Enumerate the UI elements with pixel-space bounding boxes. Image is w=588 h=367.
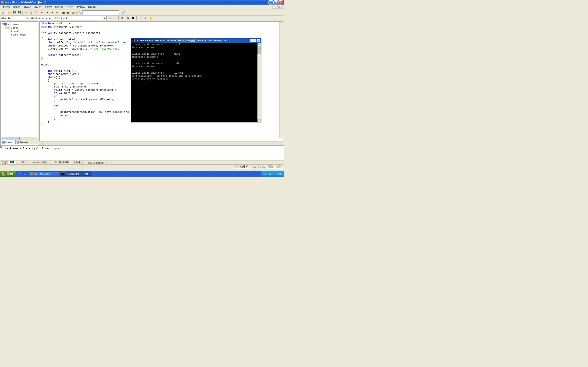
go-button[interactable]: ↘	[107, 16, 112, 20]
workspace-button[interactable]: ▦	[61, 10, 66, 15]
console-titlebar[interactable]: C:\ "C:\DOCUMENTS AND SETTINGS\ADMINISTR…	[131, 39, 261, 43]
tray-icon[interactable]: 🖥	[268, 173, 271, 175]
app-titlebar: test - Microsoft Visual C++ - [test.c] _…	[0, 0, 284, 5]
console-window[interactable]: C:\ "C:\DOCUMENTS AND SETTINGS\ADMINISTR…	[131, 38, 261, 122]
output-tab-find2[interactable]: 在文件2中查找	[53, 161, 71, 164]
mdi-restore-button[interactable]: ❐	[276, 6, 279, 9]
redo-icon: ↷	[51, 11, 53, 14]
mdi-close-button[interactable]: ×	[279, 6, 283, 9]
scroll-left-icon[interactable]: ◄	[1, 137, 4, 140]
menu-insert[interactable]: 插入(I)	[33, 5, 43, 9]
undo-dropdown[interactable]: ▾	[45, 10, 49, 15]
scroll-down-icon[interactable]: ▼	[258, 119, 261, 122]
menu-build[interactable]: 组建(B)	[53, 5, 64, 9]
console-minimize-button[interactable]: _	[250, 39, 253, 42]
start-button[interactable]: 开始	[0, 171, 16, 177]
wizard-bar: (Globals) ▾ (All global members ▾ ◆ main…	[0, 16, 284, 21]
output-tab-sql[interactable]: SQL Debugging	[86, 161, 105, 164]
members-combo[interactable]: (All global members ▾	[31, 16, 59, 20]
output-tab-debug[interactable]: 调试	[20, 161, 28, 164]
copy-button[interactable]: ⿻	[29, 10, 33, 15]
output-close-button[interactable]: ×	[0, 146, 2, 148]
cut-button[interactable]: ✂	[24, 10, 28, 15]
new-file-button[interactable]: 🗋	[1, 10, 5, 15]
mdi-minimize-button[interactable]: _	[273, 6, 276, 9]
compile-button[interactable]: ⚙	[120, 16, 125, 20]
open-button[interactable]: 📂	[7, 10, 12, 15]
output-tabs-left-button[interactable]: ◄	[1, 161, 4, 164]
console-title-text: "C:\DOCUMENTS AND SETTINGS\ADMINISTRATOR…	[136, 39, 250, 42]
output-pane: × test.exe - 0 error(s), 0 warning(s) ◄ …	[0, 145, 284, 164]
taskbar-item-vc[interactable]: test - Microsoft...	[29, 171, 59, 176]
show-desktop-button[interactable]: ▭	[22, 172, 27, 176]
output-tab-find1[interactable]: 在文件1中查找	[31, 161, 49, 164]
output-button[interactable]: ▤	[66, 10, 71, 15]
tree-main-fn[interactable]: ◆ main()	[2, 29, 37, 33]
breakpoint-button[interactable]: ✋	[149, 16, 153, 20]
system-tray: CH 🖥 🛡 12:06	[261, 171, 284, 177]
find-combo[interactable]	[82, 10, 119, 15]
tree-verify-fn[interactable]: ◆ verify_passw	[2, 33, 37, 36]
toolbar-separator	[39, 11, 39, 15]
console-vscroll[interactable]: ▲ ▼	[258, 43, 261, 122]
tray-icon[interactable]: 🛡	[272, 173, 275, 175]
class-tree[interactable]: ⊟test classes ⊟Globals ◆ main() ◆ verify…	[1, 22, 38, 137]
sidebar-hscroll[interactable]: ◄ ►	[1, 137, 38, 140]
ie-button[interactable]: ⓔ	[17, 172, 22, 176]
output-tab-build[interactable]: 组建	[8, 161, 16, 164]
redo-button[interactable]: ↷	[50, 10, 54, 15]
tab-fileview[interactable]: FileView	[16, 140, 30, 144]
taskbar-item-console[interactable]: "C:\DOCUMENTS AN...	[60, 171, 91, 176]
console-maximize-button[interactable]: □	[253, 39, 256, 42]
find-in-files-button[interactable]: 🔍	[78, 10, 82, 15]
ime-indicator[interactable]: CH	[263, 173, 267, 175]
console-close-button[interactable]: ×	[257, 39, 260, 42]
toolbar-separator	[76, 11, 77, 15]
window-close-button[interactable]: ✕	[278, 0, 283, 4]
scroll-right-icon[interactable]: ►	[35, 137, 38, 140]
scroll-thumb[interactable]	[258, 46, 261, 54]
tab-classview[interactable]: ClassV...	[1, 140, 16, 144]
scope-combo[interactable]: (Globals) ▾	[1, 16, 30, 20]
scroll-thumb[interactable]	[4, 137, 20, 140]
go-debug-button[interactable]: ↧	[143, 16, 148, 20]
build-button[interactable]: ⧉	[125, 16, 130, 20]
redo-dropdown[interactable]: ▾	[55, 10, 59, 15]
tree-globals[interactable]: ⊟Globals	[2, 26, 37, 29]
function-value: main	[63, 17, 103, 19]
tree-root[interactable]: ⊟test classes	[2, 22, 37, 26]
output-tabs-right-button[interactable]: ►	[4, 161, 8, 164]
undo-button[interactable]: ↶	[40, 10, 44, 15]
scroll-up-icon[interactable]: ▲	[258, 43, 261, 46]
menu-window[interactable]: 窗口(W)	[75, 5, 86, 9]
output-text[interactable]: test.exe - 0 error(s), 0 warning(s)	[3, 146, 283, 160]
stop-build-button[interactable]: ✖	[131, 16, 135, 20]
copy-icon: ⿻	[30, 11, 32, 14]
menu-help[interactable]: 帮助(H)	[86, 5, 97, 9]
menu-tools[interactable]: 工具(T)	[64, 5, 75, 9]
console-output[interactable]: please input password: fail incorrect pa…	[131, 43, 258, 122]
paste-button[interactable]: 📋	[34, 10, 38, 15]
scroll-left-icon[interactable]: ◄	[39, 142, 43, 145]
editor-hscroll[interactable]: ◄ ►	[39, 142, 283, 145]
menu-view[interactable]: 查看(V)	[22, 5, 33, 9]
save-button[interactable]: 💾	[12, 10, 17, 15]
status-rec: REC	[250, 165, 258, 168]
save-all-button[interactable]: 💾	[17, 10, 22, 15]
menu-project[interactable]: 工程(P)	[43, 5, 54, 9]
find-button[interactable]: 🔎	[121, 10, 126, 15]
scroll-right-icon[interactable]: ►	[280, 142, 283, 145]
find-files-icon: 🔍	[78, 11, 81, 14]
actions-dropdown[interactable]: ▾	[113, 16, 117, 20]
editor-vscroll[interactable]	[279, 22, 283, 138]
execute-button[interactable]: !	[138, 16, 143, 20]
window-minimize-button[interactable]: _	[268, 0, 273, 4]
output-tab-results[interactable]: 结果	[74, 161, 82, 164]
status-ovr: 覆盖	[267, 165, 275, 169]
window-restore-button[interactable]: ❐	[273, 0, 278, 4]
menu-edit[interactable]: 编辑(E)	[11, 5, 22, 9]
menu-file[interactable]: 文件(F)	[1, 5, 11, 9]
clock[interactable]: 12:06	[276, 173, 282, 175]
function-combo[interactable]: ◆ main ▾	[60, 16, 107, 20]
window-list-button[interactable]: ▥	[71, 10, 76, 15]
